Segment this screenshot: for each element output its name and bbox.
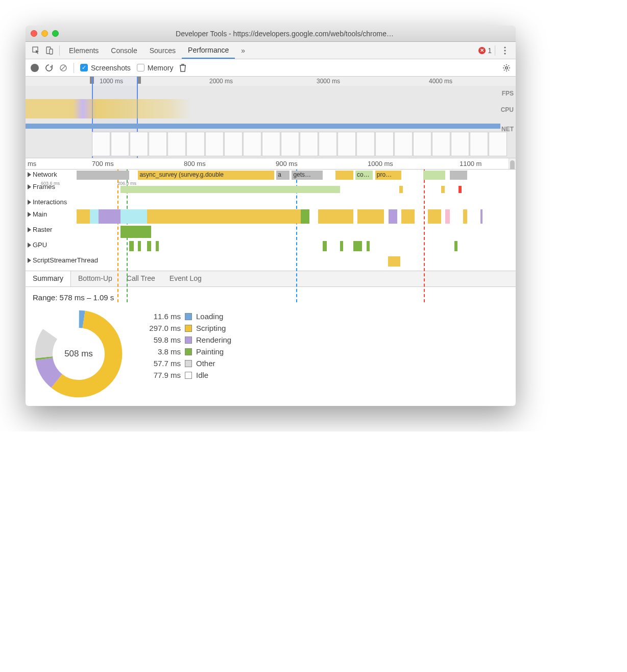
filmstrip xyxy=(26,132,516,157)
cpu-graph xyxy=(26,99,500,118)
flame-chart[interactable]: Network async_survey (survey.g.doubleage… xyxy=(26,170,516,271)
close-icon[interactable] xyxy=(31,30,37,37)
chevron-right-icon xyxy=(28,243,31,248)
chevron-right-icon xyxy=(28,200,31,205)
tab-bottomup[interactable]: Bottom-Up xyxy=(71,271,119,286)
summary-tabbar: Summary Bottom-Up Call Tree Event Log xyxy=(26,271,516,287)
tab-sources[interactable]: Sources xyxy=(143,42,182,59)
devtools-window: Developer Tools - https://developers.goo… xyxy=(26,26,516,406)
frame-thumb[interactable] xyxy=(300,132,318,156)
record-button[interactable] xyxy=(31,64,39,72)
frame-thumb[interactable] xyxy=(319,132,337,156)
tab-calltree[interactable]: Call Tree xyxy=(119,271,162,286)
frame-thumb[interactable] xyxy=(413,132,431,156)
svg-rect-2 xyxy=(50,49,53,54)
titlebar: Developer Tools - https://developers.goo… xyxy=(26,26,516,42)
tabs-more-icon[interactable]: » xyxy=(235,42,251,59)
frame-thumb[interactable] xyxy=(451,132,469,156)
frame-thumb[interactable] xyxy=(149,132,167,156)
tab-eventlog[interactable]: Event Log xyxy=(162,271,209,286)
track-interactions[interactable]: Interactions xyxy=(26,197,516,209)
tab-performance[interactable]: Performance xyxy=(182,42,235,59)
svg-line-7 xyxy=(61,66,65,70)
network-bar[interactable]: async_survey (survey.g.double xyxy=(138,171,274,180)
legend-row: 297.0 msScripting xyxy=(140,324,231,332)
frame-thumb[interactable] xyxy=(224,132,243,156)
time-donut-chart: 508 ms xyxy=(33,308,125,400)
frame-thumb[interactable] xyxy=(130,132,148,156)
tab-summary[interactable]: Summary xyxy=(26,271,71,286)
frame-thumb[interactable] xyxy=(489,132,507,156)
frame-thumb[interactable] xyxy=(356,132,375,156)
chevron-right-icon xyxy=(28,212,31,217)
legend-row: 59.8 msRendering xyxy=(140,335,231,344)
chevron-right-icon xyxy=(28,172,31,177)
legend-swatch xyxy=(185,372,192,379)
frame-thumb[interactable] xyxy=(432,132,450,156)
detail-ruler[interactable]: ms 700 ms 800 ms 900 ms 1000 ms 1100 m xyxy=(26,158,516,170)
legend-row: 77.9 msIdle xyxy=(140,371,231,379)
memory-checkbox[interactable]: Memory xyxy=(137,64,174,72)
legend-swatch xyxy=(185,337,192,344)
trash-button[interactable] xyxy=(179,64,186,72)
minimize-icon[interactable] xyxy=(41,30,48,37)
svg-point-5 xyxy=(504,53,505,54)
frame-thumb[interactable] xyxy=(375,132,394,156)
error-count[interactable]: ✕ 1 xyxy=(478,46,492,55)
legend-swatch xyxy=(185,325,192,332)
cpu-lane-label: CPU xyxy=(501,106,514,113)
track-network[interactable]: Network async_survey (survey.g.doubleage… xyxy=(26,170,516,182)
frame-thumb[interactable] xyxy=(111,132,129,156)
chevron-right-icon xyxy=(28,258,31,263)
zoom-icon[interactable] xyxy=(52,30,59,37)
network-bar[interactable]: a xyxy=(276,171,290,180)
network-bar[interactable]: pro… xyxy=(375,171,402,180)
error-icon: ✕ xyxy=(478,47,486,54)
fps-lane-label: FPS xyxy=(502,90,514,97)
frame-thumb[interactable] xyxy=(243,132,261,156)
frame-thumb[interactable] xyxy=(337,132,356,156)
frame-thumb[interactable] xyxy=(186,132,205,156)
frame-thumb[interactable] xyxy=(281,132,299,156)
track-frames[interactable]: Frames 603.6 ms 206.0 ms xyxy=(26,182,516,197)
kebab-menu-icon[interactable] xyxy=(498,44,512,57)
tab-elements[interactable]: Elements xyxy=(63,42,105,59)
network-bar[interactable] xyxy=(450,171,467,180)
device-toggle-icon[interactable] xyxy=(43,44,56,57)
window-title: Developer Tools - https://developers.goo… xyxy=(59,30,511,38)
svg-point-8 xyxy=(505,66,508,69)
network-bar[interactable] xyxy=(423,171,445,180)
frame-thumb[interactable] xyxy=(470,132,488,156)
frame-thumb[interactable] xyxy=(167,132,186,156)
track-main[interactable]: Main xyxy=(26,209,516,225)
inspect-icon[interactable] xyxy=(30,44,43,57)
frame-thumb[interactable] xyxy=(262,132,280,156)
legend-row: 57.7 msOther xyxy=(140,359,231,368)
legend-swatch xyxy=(185,348,192,355)
devtools-tabbar: Elements Console Sources Performance » ✕… xyxy=(26,42,516,59)
performance-toolbar: ✓ Screenshots Memory xyxy=(26,59,516,77)
track-raster[interactable]: Raster xyxy=(26,225,516,240)
network-bar[interactable] xyxy=(335,171,353,180)
network-bar[interactable] xyxy=(77,171,129,180)
overview-timeline[interactable]: 1000 ms 2000 ms 3000 ms 4000 ms FPS CPU … xyxy=(26,77,516,158)
legend-row: 11.6 msLoading xyxy=(140,312,231,321)
summary-panel: Range: 578 ms – 1.09 s 508 ms 11.6 msLoa… xyxy=(26,287,516,406)
settings-icon[interactable] xyxy=(502,64,511,72)
range-label: Range: 578 ms – 1.09 s xyxy=(33,293,509,302)
network-bar[interactable]: co… xyxy=(355,171,373,180)
vertical-scrollbar[interactable] xyxy=(509,158,516,169)
traffic-lights xyxy=(31,30,59,37)
clear-button[interactable] xyxy=(59,64,67,72)
network-bar[interactable]: gets… xyxy=(292,171,322,180)
svg-point-3 xyxy=(504,46,505,48)
track-gpu[interactable]: GPU xyxy=(26,240,516,255)
screenshots-checkbox[interactable]: ✓ Screenshots xyxy=(80,64,131,72)
reload-button[interactable] xyxy=(45,64,53,72)
frame-thumb[interactable] xyxy=(394,132,413,156)
frame-thumb[interactable] xyxy=(92,132,110,156)
legend-row: 3.8 msPainting xyxy=(140,347,231,356)
track-scriptstreamer[interactable]: ScriptStreamerThread xyxy=(26,255,516,271)
frame-thumb[interactable] xyxy=(205,132,224,156)
tab-console[interactable]: Console xyxy=(105,42,143,59)
